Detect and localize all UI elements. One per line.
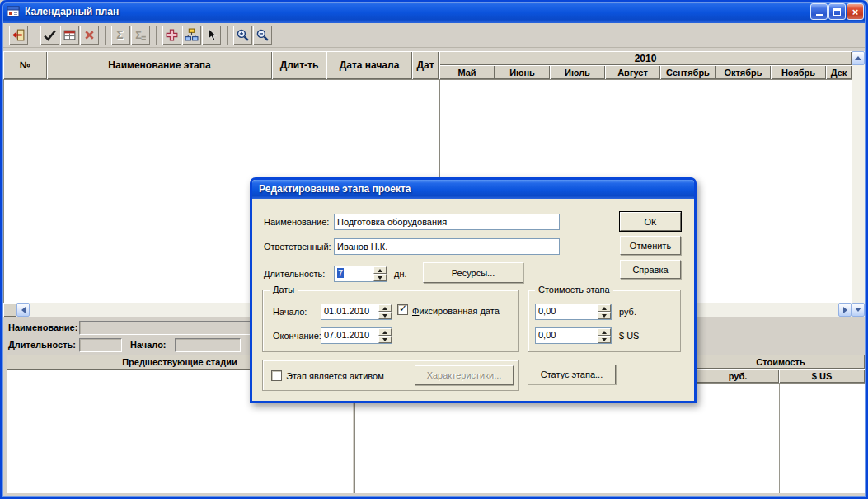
sum-total-button[interactable]: Σ: [131, 26, 150, 45]
resources-button[interactable]: Ресурсы...: [423, 262, 523, 283]
edit-stage-dialog: Редактирование этапа проекта Наименовани…: [250, 177, 697, 403]
cost-rub-unit-label: руб.: [619, 307, 636, 317]
maximize-button[interactable]: [828, 3, 846, 20]
spin-down-button[interactable]: [378, 312, 392, 319]
fixed-date-checkbox[interactable]: ✓: [397, 304, 408, 315]
cancel-button[interactable]: Отменить: [620, 236, 681, 255]
start-date-stepper[interactable]: 01.01.2010: [321, 304, 392, 320]
stage-cost-group: Стоимость этапа 0,00 руб. 0,00 $: [528, 290, 681, 352]
end-date-label: Окончание:: [273, 331, 321, 341]
select-button[interactable]: [202, 26, 221, 45]
hierarchy-button[interactable]: [182, 26, 201, 45]
spin-up-button[interactable]: [373, 266, 387, 274]
cost-table-body[interactable]: [697, 383, 865, 493]
stage-status-button[interactable]: Статус этапа...: [528, 365, 616, 384]
close-button[interactable]: ×: [847, 3, 864, 20]
characteristics-button[interactable]: Характеристики...: [415, 365, 514, 385]
duration-label: Длительность:: [264, 269, 325, 279]
report-button[interactable]: [60, 26, 79, 45]
cost-rub-value: 0,00: [536, 304, 598, 319]
delete-x-icon: [82, 28, 96, 42]
month-header: Сентябрь: [660, 65, 716, 79]
spin-up-icon: [378, 269, 382, 272]
spin-down-button[interactable]: [373, 274, 387, 281]
month-header: Июль: [550, 65, 605, 79]
asset-checkbox[interactable]: [271, 370, 282, 381]
stage-cost-group-title: Стоимость этапа: [535, 285, 613, 294]
detail-start-field: [175, 338, 241, 352]
gantt-year-header: 2010: [439, 51, 852, 65]
spin-down-button[interactable]: [378, 336, 392, 343]
spin-down-button[interactable]: [598, 336, 611, 343]
splitter-handle[interactable]: [3, 303, 16, 317]
cost-rub-stepper[interactable]: 0,00: [535, 304, 612, 320]
spin-up-button[interactable]: [598, 328, 611, 336]
scroll-down-button[interactable]: [852, 303, 865, 317]
minimize-button[interactable]: [810, 3, 828, 20]
fixed-date-label: Фиксированная дата: [412, 306, 500, 316]
zoom-out-magnifier-icon: [256, 28, 270, 42]
spin-up-button[interactable]: [378, 328, 392, 336]
sum-sigma-total-icon: Σ: [134, 28, 148, 42]
select-cursor-icon: [204, 28, 218, 42]
end-date-spin-buttons[interactable]: [378, 328, 392, 343]
start-date-spin-buttons[interactable]: [378, 304, 392, 319]
zoom-in-magnifier-icon: [236, 28, 250, 42]
scroll-up-button[interactable]: [852, 51, 865, 65]
zoom-in-button[interactable]: [233, 26, 252, 45]
duration-spin-buttons[interactable]: [373, 266, 387, 281]
report-grid-icon: [63, 28, 77, 42]
toolbar-separator: [227, 26, 228, 45]
scroll-right-button[interactable]: [838, 303, 852, 317]
cost-rub-spin-buttons[interactable]: [598, 304, 611, 319]
add-stage-button[interactable]: [162, 26, 181, 45]
asset-checkbox-label: Этап является активом: [286, 371, 384, 381]
hierarchy-tree-icon: [185, 28, 199, 42]
gantt-months-header: Май Июнь Июль Август Сентябрь Октябрь Но…: [439, 65, 852, 79]
end-date-stepper[interactable]: 07.01.2010: [321, 327, 392, 344]
start-date-value: 01.01.2010: [321, 304, 378, 319]
column-header-start: Дата начала: [326, 51, 412, 79]
add-plus-icon: [165, 28, 179, 42]
minimize-icon: [816, 14, 823, 16]
zoom-out-button[interactable]: [253, 26, 272, 45]
duration-stepper[interactable]: 7: [334, 266, 387, 282]
cost-table-subheader: руб. $ US: [697, 369, 865, 383]
ok-button[interactable]: ОК: [620, 212, 681, 231]
app-icon: [7, 5, 20, 18]
delete-button[interactable]: [80, 26, 99, 45]
sum-button[interactable]: Σ Σ: [111, 26, 130, 45]
spin-down-icon: [382, 338, 387, 341]
spin-up-button[interactable]: [598, 304, 611, 312]
cost-usd-spin-buttons[interactable]: [598, 328, 611, 343]
spin-down-button[interactable]: [598, 312, 611, 319]
spin-up-icon: [602, 307, 607, 310]
detail-start-label: Начало:: [130, 340, 167, 350]
month-header: Дек: [826, 65, 852, 79]
arrow-down-icon: [855, 308, 861, 312]
start-date-label: Начало:: [273, 307, 307, 317]
end-date-value: 07.01.2010: [321, 328, 378, 343]
gantt-vertical-scrollbar[interactable]: [852, 51, 865, 317]
responsible-input[interactable]: [334, 238, 560, 255]
checkmark-icon: ✓: [399, 303, 407, 314]
duration-value: 7: [337, 268, 344, 278]
scroll-left-button[interactable]: [16, 303, 30, 317]
spin-down-icon: [382, 314, 387, 318]
cost-column-rub: руб.: [697, 369, 779, 383]
name-input[interactable]: [334, 214, 560, 230]
spin-up-icon: [602, 331, 607, 334]
cost-usd-stepper[interactable]: 0,00: [535, 327, 612, 344]
exit-button[interactable]: [9, 26, 28, 45]
month-header: Ноябрь: [771, 65, 826, 79]
dialog-title-bar: Редактирование этапа проекта: [252, 180, 694, 199]
svg-text:Σ: Σ: [116, 28, 123, 41]
help-button[interactable]: Справка: [620, 260, 681, 279]
month-header: Май: [439, 65, 495, 79]
spin-up-button[interactable]: [378, 304, 392, 312]
month-header: Октябрь: [716, 65, 771, 79]
duration-unit-label: дн.: [394, 269, 407, 279]
toolbar-separator: [105, 26, 106, 45]
confirm-button[interactable]: [40, 26, 59, 45]
month-header: Июнь: [495, 65, 550, 79]
